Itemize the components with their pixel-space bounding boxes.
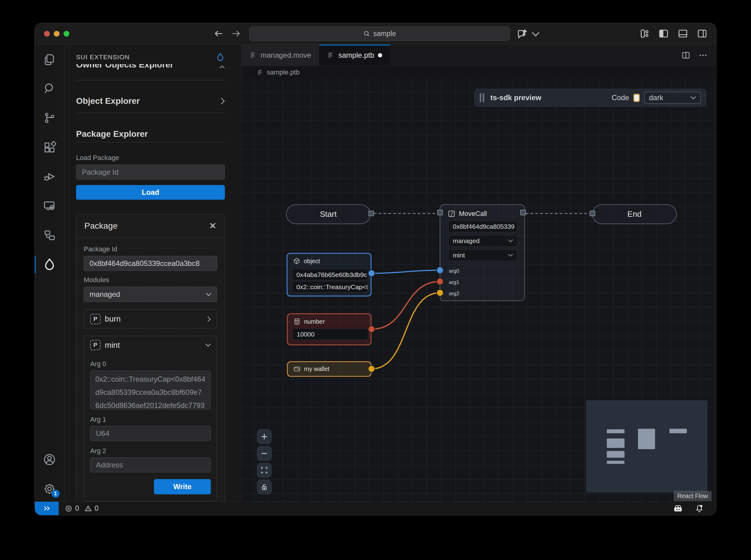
object-explorer-section[interactable]: Object Explorer [76,96,225,106]
start-node[interactable]: Start [286,204,371,224]
ts-sdk-preview-panel: ts-sdk preview Code dark [475,89,706,106]
chevron-up-icon [219,65,225,69]
breadcrumb[interactable]: sample.ptb [242,66,716,79]
sidebar-title: SUI EXTENSION [76,54,130,61]
movecall-module-select[interactable]: managed [448,235,518,247]
number-node[interactable]: number 10000 [287,313,371,345]
function-mint-card: P mint Arg 0 0x2::coin::TreasuryCap<0x8b… [84,336,217,501]
minimap-number-node [607,451,624,458]
drag-handle[interactable] [480,93,484,102]
edge-object-arg0 [371,270,440,273]
traffic-lights [44,31,69,37]
code-checkbox[interactable] [633,94,640,102]
explorer-icon[interactable] [35,52,64,66]
close-window-button[interactable] [44,31,50,37]
theme-select[interactable]: dark [644,92,701,104]
chevron-down-icon [206,293,211,296]
sui-extension-icon[interactable] [35,257,64,272]
maximize-window-button[interactable] [63,31,69,37]
close-icon[interactable]: ✕ [209,221,217,231]
object-type-input[interactable]: 0x2::coin::TreasuryCap<0 [292,281,368,293]
settings-gear-icon[interactable]: 1 [35,482,64,496]
number-value-input[interactable]: 10000 [292,328,368,340]
lock-toggle-button[interactable] [257,480,272,494]
arg0-textarea[interactable]: 0x2::coin::TreasuryCap<0x8bf464d9ca80533… [90,371,211,409]
problems-indicator[interactable]: 0 0 [65,504,99,513]
zoom-in-button[interactable] [257,429,272,444]
copilot-chat-icon [516,28,528,40]
remote-indicator[interactable] [35,502,59,515]
command-center-search[interactable]: sample [249,26,510,41]
search-icon [363,30,370,37]
movecall-function-select[interactable]: mint [448,249,518,261]
ptb-file-icon [327,52,334,59]
write-button[interactable]: Write [154,479,211,494]
arg1-input[interactable] [90,426,211,441]
function-p-icon: P [90,340,100,350]
function-burn-row[interactable]: P burn [84,309,217,328]
fit-view-button[interactable] [257,463,272,478]
object-id-input[interactable]: 0x4aba76b65e60b3db9c [292,269,368,280]
end-node[interactable]: End [592,204,677,224]
forward-icon[interactable] [231,28,241,39]
arg1-label: Arg 1 [90,416,211,423]
minimap-start-node [607,429,624,433]
package-explorer-section[interactable]: Package Explorer [76,129,225,139]
search-value: sample [373,29,396,38]
load-package-label: Load Package [76,154,225,162]
movecall-node[interactable]: ƒ MoveCall 0x8bf464d9ca805339 managed mi… [440,204,525,301]
settings-badge: 1 [52,490,60,498]
load-package-input[interactable] [76,165,225,180]
object-node[interactable]: object 0x4aba76b65e60b3db9c 0x2::coin::T… [287,253,371,297]
chevron-down-icon [691,96,696,100]
split-editor-icon[interactable] [681,51,691,60]
ptb-flow-canvas[interactable]: ts-sdk preview Code dark Start End [242,79,716,501]
tab-sample-ptb[interactable]: sample.ptb [319,45,390,66]
errors-icon [65,505,72,512]
warnings-icon [84,505,92,512]
edge-wallet-arg2 [371,293,440,369]
notifications-bell-icon[interactable] [695,504,704,513]
accounts-icon[interactable] [35,453,64,466]
modules-select[interactable]: managed [84,287,217,302]
minimap-movecall-node [638,429,655,449]
arg0-port-label: arg0 [449,268,459,274]
back-icon[interactable] [214,28,224,39]
flow-minimap[interactable] [586,400,708,493]
source-control-icon[interactable] [35,111,64,125]
function-p-icon: P [90,314,100,324]
calculator-icon [293,318,301,325]
toggle-primary-sidebar-icon[interactable] [658,28,669,39]
object-graph-icon[interactable] [35,228,64,242]
react-flow-attribution[interactable]: React Flow [674,491,712,501]
package-panel-title: Package [84,221,118,231]
chevron-down-icon [508,254,513,257]
zoom-out-button[interactable] [257,446,272,461]
chevron-down-icon [530,28,541,40]
function-mint-row[interactable]: P mint [90,336,211,354]
extensions-icon[interactable] [35,140,64,154]
copilot-menu[interactable] [516,28,541,40]
arg2-input[interactable] [90,457,211,472]
owner-objects-explorer-header[interactable]: Owner Objects Explorer [76,64,174,69]
run-debug-icon[interactable] [35,169,64,183]
toggle-panel-icon[interactable] [677,28,688,39]
remote-explorer-icon[interactable] [35,199,64,213]
ptb-file-icon [250,52,257,59]
package-panel: Package ✕ Package Id Modules managed P [76,214,225,501]
unsaved-dot[interactable] [378,53,382,57]
movecall-package-input[interactable]: 0x8bf464d9ca805339 [448,221,518,232]
my-wallet-node[interactable]: my wallet [287,361,371,377]
editor-tab-bar: managed.move sample.ptb [242,45,716,66]
load-button[interactable]: Load [76,185,225,200]
toggle-secondary-sidebar-icon[interactable] [697,28,708,39]
customize-layout-icon[interactable] [639,28,650,39]
feedback-robot-icon[interactable] [673,504,682,513]
package-id-input[interactable] [84,256,217,271]
tab-managed-move[interactable]: managed.move [242,45,319,66]
more-actions-icon[interactable] [698,51,708,60]
chevron-right-icon [207,316,211,322]
search-sidebar-icon[interactable] [35,82,64,96]
minimize-window-button[interactable] [54,31,60,37]
code-label: Code [612,94,629,102]
